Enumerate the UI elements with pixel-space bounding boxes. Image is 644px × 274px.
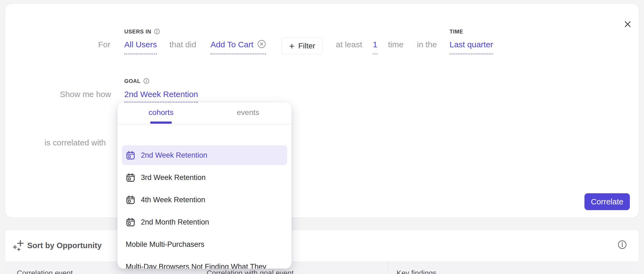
remove-event-icon[interactable] [257, 40, 266, 48]
filter-button-label: Filter [298, 42, 315, 50]
calendar-icon [126, 217, 135, 227]
results-table-header [5, 262, 639, 274]
list-item-4th-week-retention[interactable]: 4th Week Retention [117, 189, 292, 211]
segment-selector[interactable]: All Users [124, 39, 157, 54]
dropdown-tabs: cohorts events [117, 102, 292, 124]
column-header-correlation-event: Correlation event [17, 269, 73, 274]
tab-cohorts[interactable]: cohorts [117, 102, 205, 124]
for-word: For [98, 39, 110, 50]
calendar-icon [126, 173, 135, 182]
users-in-label-text: USERS IN [124, 28, 151, 35]
sort-by-opportunity[interactable]: Sort by Opportunity [27, 240, 102, 251]
show-me-how-word: Show me how [60, 89, 111, 99]
sort-sparkle-icon [12, 239, 25, 252]
results-info-button[interactable] [617, 239, 627, 250]
close-icon [624, 20, 632, 28]
calendar-icon [126, 195, 135, 205]
list-item-2nd-month-retention[interactable]: 2nd Month Retention [117, 211, 292, 233]
that-did-word: that did [169, 39, 196, 50]
time-word: time [388, 39, 404, 50]
goal-label-text: GOAL [124, 78, 141, 84]
goal-selector[interactable]: 2nd Week Retention [124, 89, 198, 102]
list-item-label: 3rd Week Retention [141, 173, 206, 182]
list-item-3rd-week-retention[interactable]: 3rd Week Retention [117, 166, 292, 189]
time-label: TIME [450, 28, 463, 35]
list-item-label: Mobile Multi-Purchasers [126, 240, 205, 249]
list-item-2nd-week-retention[interactable]: 2nd Week Retention [117, 144, 292, 166]
list-item-label: 2nd Week Retention [141, 151, 207, 160]
is-correlated-with-word: is correlated with [45, 138, 106, 148]
calendar-icon [126, 150, 135, 160]
goal-label: GOAL [124, 78, 149, 84]
date-range-selector[interactable]: Last quarter [450, 39, 493, 54]
close-button[interactable] [621, 18, 634, 30]
count-selector[interactable]: 1 [373, 39, 377, 54]
add-filter-button[interactable]: + Filter [281, 38, 323, 54]
column-header-correlation-with-goal: Correlation with goal event [207, 269, 294, 274]
goal-dropdown: cohorts events All cohorts 2nd Week Rete… [117, 102, 292, 269]
list-item-label: Multi-Day Browsers Not Finding What They [126, 263, 266, 269]
column-header-key-findings: Key findings [397, 269, 436, 274]
goal-info-icon[interactable] [143, 78, 149, 84]
event-value: Add To Cart [210, 40, 253, 49]
list-item-label: 2nd Month Retention [141, 218, 209, 226]
users-in-label: USERS IN [124, 28, 160, 35]
correlate-screen: USERS IN TIME For All Users that did Add… [0, 0, 644, 274]
list-item-mobile-multi-purchasers[interactable]: Mobile Multi-Purchasers [117, 233, 292, 256]
tab-events[interactable]: events [205, 102, 292, 124]
cohort-list: 2nd Week Retention 3rd Week Retention [117, 144, 292, 269]
list-item-label: 4th Week Retention [141, 196, 205, 204]
active-tab-indicator [150, 122, 172, 124]
query-composer-card: USERS IN TIME For All Users that did Add… [5, 4, 639, 218]
in-the-word: in the [417, 39, 437, 50]
plus-icon: + [289, 42, 295, 50]
correlate-button[interactable]: Correlate [584, 193, 630, 210]
column-divider [388, 262, 388, 274]
at-least-word: at least [336, 39, 362, 50]
event-selector[interactable]: Add To Cart [210, 39, 266, 54]
list-item-multi-day-browsers[interactable]: Multi-Day Browsers Not Finding What They [117, 256, 292, 269]
users-in-info-icon[interactable] [154, 29, 160, 35]
time-label-text: TIME [450, 28, 463, 35]
info-icon [618, 240, 627, 249]
